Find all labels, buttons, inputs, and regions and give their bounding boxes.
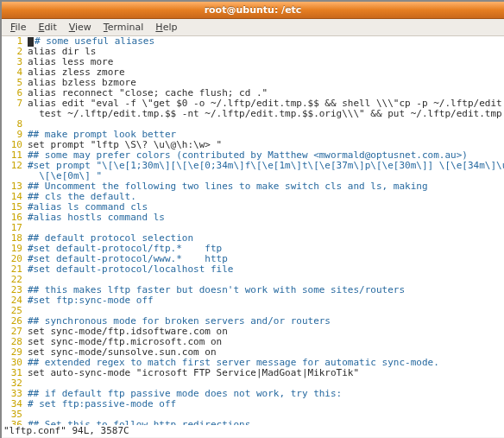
- editor-line: 21#set default-protocol/localhost file: [2, 264, 504, 275]
- editor-line: 31set auto-sync-mode "icrosoft FTP Servi…: [2, 368, 504, 378]
- editor-area[interactable]: 1# some useful aliases2alias dir ls3alia…: [2, 36, 504, 425]
- menu-terminal[interactable]: Terminal: [98, 20, 149, 35]
- editor-line: 24#set ftp:sync-mode off: [2, 295, 504, 306]
- line-text: #set ftp:sync-mode off: [28, 295, 154, 306]
- menu-help[interactable]: Help: [150, 20, 182, 35]
- menubar: File Edit View Terminal Help: [2, 19, 504, 36]
- line-number: 12: [2, 161, 28, 171]
- line-number: 6: [2, 88, 28, 98]
- window-titlebar: root@ubuntu: /etc: [2, 2, 504, 19]
- menu-view[interactable]: View: [64, 20, 97, 35]
- menu-file[interactable]: File: [5, 20, 31, 35]
- status-bar: "lftp.conf" 94L, 3587C: [2, 425, 504, 437]
- line-number: 4: [2, 67, 28, 78]
- line-text: #alias hostls command ls: [28, 213, 165, 223]
- line-text: set auto-sync-mode "icrosoft FTP Service…: [28, 368, 359, 378]
- line-number: 2: [2, 47, 28, 57]
- line-text: # set ftp:passive-mode off: [28, 399, 176, 409]
- line-text: test ~/.lftp/edit.tmp.$$ -nt ~/.lftp/edi…: [28, 109, 504, 119]
- editor-line: 34# set ftp:passive-mode off: [2, 399, 504, 409]
- window-title: root@ubuntu: /etc: [205, 4, 302, 16]
- line-number: 5: [2, 78, 28, 88]
- line-text: #set default-protocol/localhost file: [28, 264, 233, 275]
- line-number: 3: [2, 57, 28, 67]
- editor-line: 16#alias hostls command ls: [2, 213, 504, 223]
- menu-edit[interactable]: Edit: [33, 20, 61, 35]
- line-number: 1: [2, 36, 28, 47]
- line-number: 8: [2, 119, 28, 130]
- line-number: 7: [2, 98, 28, 109]
- editor-line: test ~/.lftp/edit.tmp.$$ -nt ~/.lftp/edi…: [2, 109, 504, 119]
- line-number: [2, 109, 28, 119]
- status-text: "lftp.conf" 94L, 3587C: [3, 425, 129, 436]
